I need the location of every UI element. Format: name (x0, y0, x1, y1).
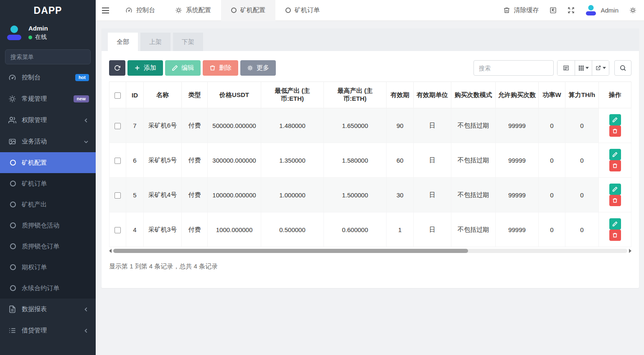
nav-tab-miner-orders[interactable]: 矿机订单 (275, 0, 330, 21)
sidebar-item-miner-output[interactable]: 矿机产出 (0, 194, 96, 215)
cell-allowed-purchases: 99999 (496, 178, 539, 212)
sidebar-item-permissions[interactable]: 权限管理 (0, 110, 96, 131)
fullscreen-button[interactable] (568, 7, 575, 14)
sidebar-item-option-orders[interactable]: 期权订单 (0, 257, 96, 278)
clear-cache-label: 清除缓存 (514, 6, 539, 14)
row-checkbox[interactable] (115, 192, 121, 199)
more-button[interactable]: 更多 (240, 60, 276, 76)
sidebar-item-reports[interactable]: 数据报表 (0, 299, 96, 320)
trash-icon (209, 65, 216, 71)
row-edit-button[interactable] (609, 149, 621, 160)
cell-hashrate: 0 (565, 178, 599, 212)
tab-listed[interactable]: 上架 (140, 33, 171, 51)
sidebar-item-miner-config[interactable]: 矿机配置 (0, 152, 96, 173)
cell-power: 0 (539, 143, 565, 178)
row-delete-button[interactable] (609, 195, 621, 206)
cell-allowed-purchases: 99999 (496, 212, 539, 247)
cell-max-output: 1.500000 (324, 178, 387, 212)
nav-tab-dashboard[interactable]: 控制台 (115, 0, 165, 21)
sidebar-item-general[interactable]: 常规管理 new (0, 88, 96, 110)
cell-id: 6 (126, 143, 144, 178)
scroll-right-arrow-icon[interactable] (629, 249, 631, 253)
chevron-down-icon (83, 139, 89, 145)
sidebar-item-dashboard[interactable]: 控制台 hot (0, 67, 96, 88)
menu-search-input[interactable] (10, 54, 86, 60)
columns-icon (578, 65, 584, 71)
row-edit-button[interactable] (609, 218, 621, 230)
pencil-icon (612, 117, 618, 123)
settings-button[interactable] (629, 7, 636, 14)
tab-all[interactable]: 全部 (108, 33, 138, 51)
detail-view-button[interactable] (557, 61, 575, 75)
submenu-item-label: 矿机订单 (22, 180, 47, 188)
sidebar-item-staking-activity[interactable]: 质押锁仓活动 (0, 215, 96, 236)
cell-validity: 30 (387, 178, 414, 212)
cell-power: 0 (539, 212, 565, 247)
sidebar-item-miner-orders[interactable]: 矿机订单 (0, 173, 96, 194)
top-navbar: 控制台 系统配置 矿机配置 矿机订单 清除缓存 (96, 0, 644, 21)
export-button[interactable] (592, 61, 609, 75)
scrollbar-thumb[interactable] (113, 249, 468, 253)
delete-button[interactable]: 删除 (203, 60, 238, 76)
export-icon (595, 65, 601, 71)
clear-cache-button[interactable]: 清除缓存 (503, 6, 539, 14)
trash-icon (612, 128, 618, 134)
col-price: 价格USDT (208, 82, 261, 108)
select-all-checkbox[interactable] (115, 92, 121, 99)
cell-name: 采矿机5号 (144, 143, 182, 178)
translate-button[interactable] (550, 7, 557, 14)
row-checkbox[interactable] (115, 158, 121, 164)
edit-button[interactable]: 编辑 (165, 60, 201, 76)
sidebar-item-lending[interactable]: 借贷管理 (0, 320, 96, 341)
nav-tab-label: 矿机订单 (295, 6, 320, 14)
row-delete-button[interactable] (609, 160, 621, 171)
cell-min-output: 1.350000 (261, 143, 324, 178)
circle-icon (10, 285, 16, 291)
circle-icon (285, 8, 291, 13)
row-delete-button[interactable] (609, 125, 621, 137)
circle-icon (10, 243, 16, 249)
refresh-button[interactable] (109, 60, 125, 76)
add-button[interactable]: 添加 (127, 60, 163, 76)
search-submit-button[interactable] (614, 60, 631, 76)
row-edit-button[interactable] (609, 114, 621, 125)
circle-icon (10, 264, 16, 270)
cell-type: 付费 (182, 108, 208, 143)
table-row: 6 采矿机5号 付费 300000.000000 1.350000 1.5800… (109, 143, 631, 178)
sidebar-item-staking-orders[interactable]: 质押锁仓订单 (0, 236, 96, 257)
cell-name: 采矿机6号 (144, 108, 182, 143)
list-icon (8, 327, 16, 335)
fullscreen-icon (568, 7, 575, 14)
more-label: 更多 (257, 64, 269, 72)
chevron-left-icon (83, 328, 89, 334)
user-menu[interactable]: Admin (585, 5, 619, 16)
search-icon (619, 64, 626, 72)
tab-unlisted[interactable]: 下架 (173, 33, 203, 51)
cell-price: 300000.000000 (208, 143, 261, 178)
nav-tab-system-config[interactable]: 系统配置 (165, 0, 221, 21)
cell-min-output: 0.500000 (261, 212, 324, 247)
table-search-input[interactable] (473, 60, 554, 76)
row-edit-button[interactable] (609, 184, 621, 195)
cell-max-output: 0.600000 (324, 212, 387, 247)
row-checkbox[interactable] (115, 123, 121, 129)
scrollbar-track[interactable] (113, 249, 627, 253)
gear-icon (8, 95, 16, 103)
scroll-left-arrow-icon[interactable] (109, 249, 112, 253)
circle-icon (10, 181, 16, 186)
col-name: 名称 (144, 82, 182, 108)
sidebar-item-perpetual-orders[interactable]: 永续合约订单 (0, 278, 96, 299)
navbar-user-name: Admin (601, 7, 619, 14)
chevron-left-icon (83, 117, 89, 123)
add-label: 添加 (144, 64, 156, 72)
columns-button[interactable] (575, 61, 592, 75)
circle-icon (10, 160, 16, 166)
status-label: 在线 (35, 33, 47, 41)
row-checkbox[interactable] (115, 227, 121, 233)
horizontal-scrollbar (109, 248, 631, 253)
menu-toggle-icon[interactable] (96, 8, 115, 13)
sidebar-item-business[interactable]: 业务活动 (0, 131, 96, 152)
row-delete-button[interactable] (609, 230, 621, 241)
nav-tab-miner-config[interactable]: 矿机配置 (221, 0, 275, 21)
circle-icon (231, 8, 237, 13)
